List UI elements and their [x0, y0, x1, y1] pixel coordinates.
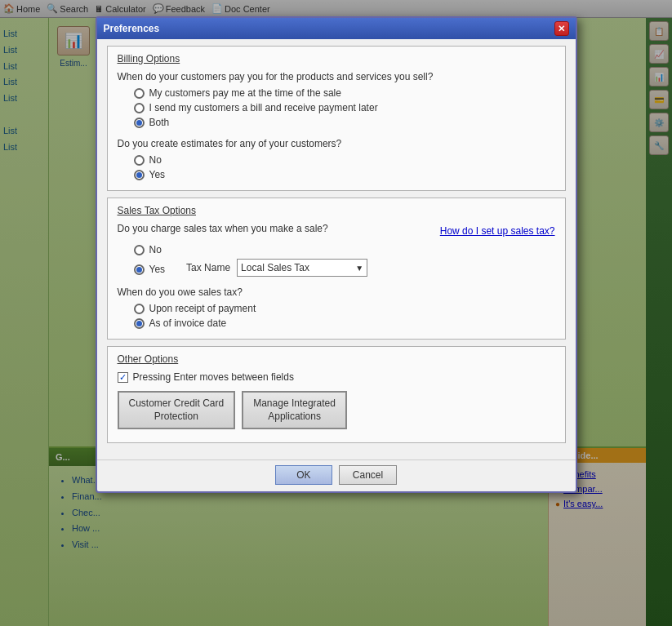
owe-radio-invoice[interactable]	[134, 318, 145, 329]
pressing-enter-label: Pressing Enter moves between fields	[133, 371, 294, 383]
other-options-title: Other Options	[118, 353, 555, 365]
billing-option-label-0: My customers pay me at the time of the s…	[149, 87, 341, 99]
owe-option-receipt[interactable]: Upon receipt of payment	[134, 303, 555, 314]
preferences-dialog: Preferences ✕ Billing Options When do yo…	[96, 16, 577, 493]
owe-label-invoice: As of invoice date	[149, 317, 227, 329]
credit-card-protection-button[interactable]: Customer Credit CardProtection	[118, 391, 236, 429]
estimates-label-no: No	[149, 154, 162, 166]
ok-button[interactable]: OK	[275, 465, 332, 485]
dialog-overlay: Preferences ✕ Billing Options When do yo…	[0, 0, 672, 626]
estimates-radio-group: No Yes	[134, 154, 555, 180]
billing-option-label-1: I send my customers a bill and receive p…	[149, 102, 378, 113]
tax-name-select[interactable]: Local Sales Tax ▼	[237, 259, 367, 277]
sales-tax-option-no[interactable]: No	[134, 244, 555, 255]
other-options-section: Other Options ✓ Pressing Enter moves bet…	[107, 346, 566, 443]
tax-name-value: Local Sales Tax	[241, 262, 309, 273]
dialog-title: Preferences	[104, 23, 160, 34]
dropdown-arrow-icon: ▼	[355, 264, 363, 273]
sales-tax-option-yes[interactable]: Yes Tax Name Local Sales Tax ▼	[134, 259, 555, 280]
estimates-area: Do you create estimates for any of your …	[118, 133, 555, 180]
billing-option-1[interactable]: I send my customers a bill and receive p…	[134, 102, 555, 113]
sales-tax-radio-yes[interactable]	[134, 264, 145, 275]
billing-radio-1[interactable]	[134, 103, 145, 113]
billing-section-title: Billing Options	[118, 53, 555, 64]
billing-question: When do your customers pay you for the p…	[118, 71, 555, 82]
manage-integrated-apps-button[interactable]: Manage IntegratedApplications	[242, 391, 347, 429]
owe-question: When do you owe sales tax?	[118, 286, 555, 298]
owe-radio-receipt[interactable]	[134, 304, 145, 314]
estimates-option-yes[interactable]: Yes	[134, 169, 555, 180]
estimates-radio-no[interactable]	[134, 155, 145, 166]
owe-label-receipt: Upon receipt of payment	[149, 303, 256, 314]
owe-radio-group: Upon receipt of payment As of invoice da…	[134, 303, 555, 329]
estimates-radio-yes[interactable]	[134, 170, 145, 180]
pressing-enter-row[interactable]: ✓ Pressing Enter moves between fields	[118, 371, 555, 383]
tax-name-label: Tax Name	[186, 262, 230, 273]
billing-option-label-2: Both	[149, 117, 170, 128]
sales-tax-label-yes: Yes	[149, 264, 166, 275]
sales-tax-link[interactable]: How do I set up sales tax?	[440, 225, 555, 237]
cancel-button[interactable]: Cancel	[339, 465, 397, 485]
billing-radio-0[interactable]	[134, 88, 145, 99]
billing-radio-group: My customers pay me at the time of the s…	[134, 87, 555, 128]
sales-tax-radio-group: No Yes Tax Name Local Sales Tax ▼	[134, 244, 555, 280]
tax-name-row: Tax Name Local Sales Tax ▼	[186, 259, 367, 277]
dialog-titlebar: Preferences ✕	[97, 18, 576, 39]
estimates-option-no[interactable]: No	[134, 154, 555, 166]
sales-tax-label-no: No	[149, 244, 162, 255]
pressing-enter-checkbox[interactable]: ✓	[118, 372, 128, 383]
billing-option-2[interactable]: Both	[134, 117, 555, 128]
dialog-footer: OK Cancel	[97, 460, 576, 491]
action-buttons-row: Customer Credit CardProtection Manage In…	[118, 391, 555, 429]
sales-tax-title: Sales Tax Options	[118, 205, 555, 216]
estimates-label-yes: Yes	[149, 169, 166, 180]
owe-option-invoice[interactable]: As of invoice date	[134, 317, 555, 329]
dialog-close-button[interactable]: ✕	[554, 21, 569, 36]
estimates-question: Do you create estimates for any of your …	[118, 138, 555, 149]
billing-radio-2[interactable]	[134, 118, 145, 128]
sales-tax-radio-no[interactable]	[134, 245, 145, 255]
billing-option-0[interactable]: My customers pay me at the time of the s…	[134, 87, 555, 99]
dialog-body: Billing Options When do your customers p…	[97, 39, 576, 460]
sales-tax-question: Do you charge sales tax when you make a …	[118, 223, 328, 234]
sales-tax-question-row: Do you charge sales tax when you make a …	[118, 223, 555, 239]
billing-section: Billing Options When do your customers p…	[107, 46, 566, 191]
sales-tax-section: Sales Tax Options Do you charge sales ta…	[107, 198, 566, 340]
